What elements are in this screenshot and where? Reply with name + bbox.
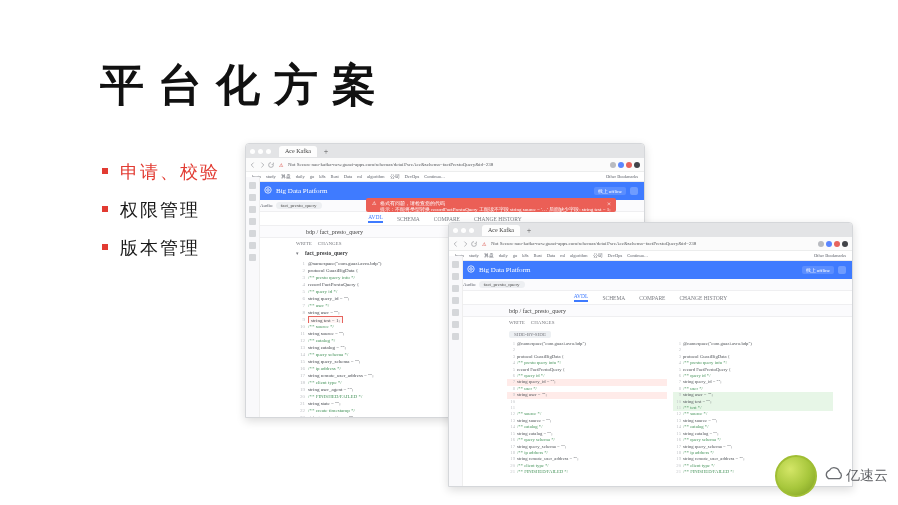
- bookmark[interactable]: algorithm: [367, 174, 385, 179]
- bookmark[interactable]: 公司: [593, 253, 603, 258]
- bookmark[interactable]: ml: [560, 253, 565, 258]
- chevron-down-icon[interactable]: ▾: [296, 250, 299, 256]
- side-rail: [449, 256, 463, 486]
- rail-icon[interactable]: [249, 194, 256, 201]
- bookmark[interactable]: DevOps: [608, 253, 623, 258]
- bookmark[interactable]: k8s: [319, 174, 325, 179]
- bookmark[interactable]: study: [266, 174, 276, 179]
- bookmarks-bar: bogo study 算盘 daily go k8s Rust Data ml …: [246, 172, 644, 182]
- bookmark[interactable]: algorithm: [570, 253, 588, 258]
- brand-icon: [467, 265, 475, 275]
- bookmark[interactable]: go: [310, 174, 315, 179]
- diff-mode-pill[interactable]: SIDE-BY-SIDE: [509, 331, 551, 338]
- bookmark[interactable]: Data: [547, 253, 556, 258]
- editor-tab-changes[interactable]: CHANGES: [531, 320, 555, 325]
- rail-icon[interactable]: [249, 218, 256, 225]
- bookmark[interactable]: Data: [344, 174, 353, 179]
- ext-icon[interactable]: [634, 162, 640, 168]
- tab-schema[interactable]: SCHEMA: [397, 216, 420, 222]
- traffic-dot: [453, 228, 458, 233]
- bookmark[interactable]: 算盘: [484, 253, 494, 258]
- rail-icon[interactable]: [249, 182, 256, 189]
- crumb[interactable]: Audio: [260, 203, 273, 208]
- not-secure-badge: ⚠: [482, 241, 486, 247]
- rail-icon[interactable]: [249, 242, 256, 249]
- brand-title: Big Data Platform: [479, 266, 530, 274]
- bookmark[interactable]: daily: [499, 253, 508, 258]
- traffic-dot: [258, 149, 263, 154]
- avatar[interactable]: [838, 266, 846, 274]
- crumb[interactable]: Audio: [463, 282, 476, 287]
- bookmark[interactable]: ml: [357, 174, 362, 179]
- rail-icon[interactable]: [249, 230, 256, 237]
- avatar[interactable]: [630, 187, 638, 195]
- bullet-item: 权限管理: [102, 198, 220, 222]
- editor-tab-write[interactable]: WRITE: [509, 320, 525, 325]
- tab-compare[interactable]: COMPARE: [434, 216, 460, 222]
- rail-icon[interactable]: [452, 297, 459, 304]
- env-badge: 线上 offline: [594, 187, 627, 195]
- crumb-chip[interactable]: fact_presto_query: [276, 202, 322, 209]
- cloud-icon: [823, 466, 845, 486]
- ext-icon[interactable]: [818, 241, 824, 247]
- ext-icon[interactable]: [618, 162, 624, 168]
- tab-bar: Ace Kafka +: [246, 144, 644, 158]
- back-icon[interactable]: [250, 162, 256, 168]
- forward-icon[interactable]: [462, 241, 468, 247]
- tab-history[interactable]: CHANGE HISTORY: [474, 216, 522, 222]
- bookmark[interactable]: 公司: [390, 174, 400, 179]
- not-secure-badge: ⚠: [279, 162, 283, 168]
- bookmark[interactable]: Continua…: [627, 253, 648, 258]
- bookmark[interactable]: 算盘: [281, 174, 291, 179]
- rail-icon[interactable]: [249, 206, 256, 213]
- section-tabs: AVDL SCHEMA COMPARE CHANGE HISTORY: [449, 291, 852, 305]
- rail-icon[interactable]: [452, 321, 459, 328]
- rail-icon[interactable]: [452, 273, 459, 280]
- new-tab-button[interactable]: +: [324, 147, 329, 156]
- tab-bar: Ace Kafka +: [449, 223, 852, 237]
- close-icon[interactable]: ×: [607, 200, 611, 208]
- ext-icon[interactable]: [842, 241, 848, 247]
- ext-icon[interactable]: [626, 162, 632, 168]
- bullet-list: 申请、校验 权限管理 版本管理: [102, 160, 220, 274]
- ext-icon[interactable]: [826, 241, 832, 247]
- svg-point-3: [470, 268, 473, 271]
- browser-window-2: Ace Kafka + ⚠ Not Secure nao-kafka-new.g…: [448, 222, 853, 487]
- bookmark[interactable]: k8s: [522, 253, 528, 258]
- browser-tab[interactable]: Ace Kafka: [482, 225, 520, 236]
- back-icon[interactable]: [453, 241, 459, 247]
- crumb-chip[interactable]: fact_presto_query: [479, 281, 525, 288]
- bookmark[interactable]: Rust: [331, 174, 339, 179]
- tab-avdl[interactable]: AVDL: [574, 293, 589, 302]
- reload-icon[interactable]: [268, 162, 274, 168]
- tab-avdl[interactable]: AVDL: [368, 214, 383, 223]
- ext-icon[interactable]: [610, 162, 616, 168]
- other-bookmarks[interactable]: Other Bookmarks: [606, 174, 638, 179]
- bullet-item: 版本管理: [102, 236, 220, 260]
- rail-icon[interactable]: [452, 261, 459, 268]
- bookmark[interactable]: go: [513, 253, 518, 258]
- editor-tab-write[interactable]: WRITE: [296, 241, 312, 246]
- tab-schema[interactable]: SCHEMA: [602, 295, 625, 301]
- bookmark[interactable]: study: [469, 253, 479, 258]
- ext-icon[interactable]: [834, 241, 840, 247]
- svg-point-2: [468, 266, 474, 272]
- rail-icon[interactable]: [452, 309, 459, 316]
- bookmark[interactable]: daily: [296, 174, 305, 179]
- editor-tab-changes[interactable]: CHANGES: [318, 241, 342, 246]
- warning-icon: ⚠: [372, 200, 376, 206]
- rail-icon[interactable]: [452, 285, 459, 292]
- tab-history[interactable]: CHANGE HISTORY: [679, 295, 727, 301]
- bookmark[interactable]: Rust: [534, 253, 542, 258]
- url-text[interactable]: Not Secure nao-kafka-new.guazi-apps.com/…: [288, 162, 605, 167]
- rail-icon[interactable]: [452, 333, 459, 340]
- new-tab-button[interactable]: +: [527, 226, 532, 235]
- other-bookmarks[interactable]: Other Bookmarks: [814, 253, 846, 258]
- url-text[interactable]: Not Secure nao-kafka-new.guazi-apps.com/…: [491, 241, 813, 246]
- browser-tab[interactable]: Ace Kafka: [279, 146, 317, 157]
- reload-icon[interactable]: [471, 241, 477, 247]
- forward-icon[interactable]: [259, 162, 265, 168]
- bookmark[interactable]: Continua…: [424, 174, 445, 179]
- bookmark[interactable]: DevOps: [405, 174, 420, 179]
- tab-compare[interactable]: COMPARE: [639, 295, 665, 301]
